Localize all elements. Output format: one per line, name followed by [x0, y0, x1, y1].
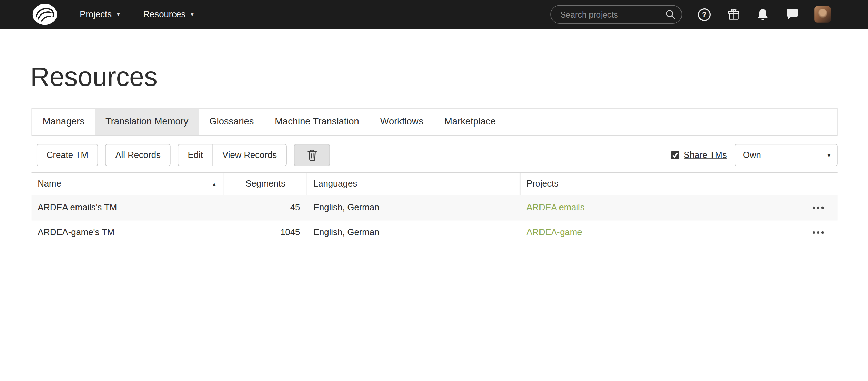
tm-projects-cell: ARDEA emails: [521, 203, 838, 213]
tm-table: Name ▲ Segments Languages Projects ARDEA…: [32, 172, 838, 237]
tm-name: ARDEA emails's TM: [32, 203, 224, 213]
tm-scope-select[interactable]: Own ▼: [735, 144, 838, 166]
chat-icon: [786, 8, 799, 20]
column-header-languages[interactable]: Languages: [307, 173, 520, 195]
chevron-down-icon: ▼: [115, 12, 121, 17]
resources-tab-bar: Managers Translation Memory Glossaries M…: [32, 108, 838, 136]
main-nav: Projects ▼ Resources ▼: [80, 9, 195, 19]
all-records-button[interactable]: All Records: [105, 144, 171, 166]
edit-view-button-group: Edit View Records: [178, 144, 287, 166]
tm-segments-count: 45: [224, 203, 307, 213]
page-title: Resources: [30, 61, 868, 93]
table-row[interactable]: ARDEA emails's TM 45 English, German ARD…: [32, 195, 838, 220]
chevron-down-icon: ▼: [190, 12, 195, 17]
trash-icon: [306, 149, 317, 161]
delete-tm-button[interactable]: [294, 144, 330, 166]
nav-projects-label: Projects: [80, 9, 112, 19]
user-avatar[interactable]: [814, 6, 831, 23]
tab-marketplace[interactable]: Marketplace: [434, 109, 506, 135]
tab-translation-memory[interactable]: Translation Memory: [95, 109, 199, 135]
row-actions-menu-button[interactable]: [810, 203, 826, 213]
help-icon: ?: [698, 8, 710, 21]
toolbar-right-cluster: Share TMs Own ▼: [671, 144, 837, 166]
share-tms-label[interactable]: Share TMs: [684, 150, 727, 160]
tm-toolbar: Create TM All Records Edit View Records …: [32, 144, 838, 166]
column-header-name[interactable]: Name ▲: [32, 173, 224, 195]
tab-glossaries[interactable]: Glossaries: [199, 109, 264, 135]
nav-resources-menu[interactable]: Resources ▼: [143, 9, 195, 19]
tm-segments-count: 1045: [224, 228, 307, 237]
bell-icon: [757, 8, 769, 21]
app-window: Projects ▼ Resources ▼ ?: [0, 0, 868, 237]
column-header-projects-label: Projects: [526, 179, 558, 189]
tab-workflows[interactable]: Workflows: [370, 109, 434, 135]
nav-projects-menu[interactable]: Projects ▼: [80, 9, 121, 19]
app-logo-icon[interactable]: [32, 3, 58, 26]
tm-table-header: Name ▲ Segments Languages Projects: [32, 172, 838, 195]
column-header-projects[interactable]: Projects: [521, 173, 838, 195]
view-records-button[interactable]: View Records: [212, 144, 287, 166]
search-input[interactable]: [550, 5, 682, 24]
share-tms-control: Share TMs: [671, 150, 727, 160]
tm-scope-selected-value: Own: [743, 150, 761, 160]
chevron-down-icon: ▼: [827, 153, 831, 158]
nav-resources-label: Resources: [143, 9, 185, 19]
share-tms-checkbox[interactable]: [671, 151, 679, 159]
project-link[interactable]: ARDEA-game: [526, 228, 582, 237]
table-row[interactable]: ARDEA-game's TM 1045 English, German ARD…: [32, 220, 838, 237]
ellipsis-icon: [812, 206, 824, 209]
column-header-segments[interactable]: Segments: [224, 173, 307, 195]
tab-machine-translation[interactable]: Machine Translation: [264, 109, 370, 135]
tm-table-body: ARDEA emails's TM 45 English, German ARD…: [32, 195, 838, 237]
tab-managers[interactable]: Managers: [32, 109, 95, 135]
tm-languages: English, German: [307, 203, 520, 213]
tm-projects-cell: ARDEA-game: [521, 228, 838, 237]
notifications-button[interactable]: [756, 7, 770, 22]
topbar-right-cluster: ?: [550, 5, 831, 24]
top-navigation-bar: Projects ▼ Resources ▼ ?: [0, 0, 868, 29]
search-container: [550, 5, 682, 24]
column-header-name-label: Name: [38, 179, 61, 189]
edit-button[interactable]: Edit: [178, 144, 213, 166]
row-actions-menu-button[interactable]: [810, 228, 826, 237]
tm-name: ARDEA-game's TM: [32, 228, 224, 237]
column-header-languages-label: Languages: [313, 179, 357, 189]
gift-button[interactable]: [726, 7, 741, 22]
messages-button[interactable]: [785, 7, 799, 22]
tm-languages: English, German: [307, 228, 520, 237]
create-tm-button[interactable]: Create TM: [37, 144, 98, 166]
gift-icon: [727, 8, 740, 21]
sort-asc-icon: ▲: [212, 181, 217, 187]
help-button[interactable]: ?: [697, 7, 711, 22]
ellipsis-icon: [812, 231, 824, 234]
column-header-segments-label: Segments: [245, 179, 285, 189]
project-link[interactable]: ARDEA emails: [526, 203, 584, 213]
